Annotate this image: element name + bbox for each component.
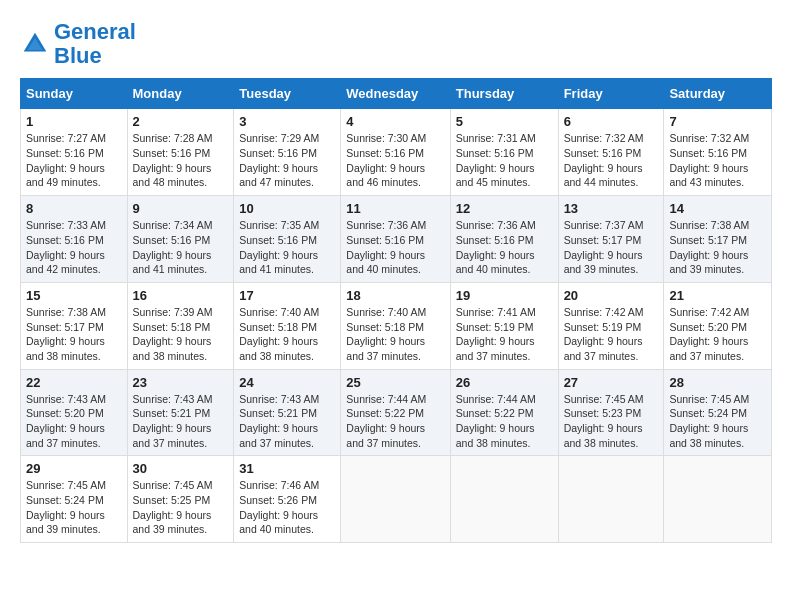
day-header-tuesday: Tuesday (234, 79, 341, 109)
day-number: 22 (26, 375, 122, 390)
calendar-cell: 11 Sunrise: 7:36 AMSunset: 5:16 PMDaylig… (341, 196, 450, 283)
calendar-table: SundayMondayTuesdayWednesdayThursdayFrid… (20, 78, 772, 543)
day-number: 4 (346, 114, 444, 129)
day-info: Sunrise: 7:43 AMSunset: 5:21 PMDaylight:… (239, 393, 319, 449)
calendar-cell: 4 Sunrise: 7:30 AMSunset: 5:16 PMDayligh… (341, 109, 450, 196)
day-info: Sunrise: 7:45 AMSunset: 5:24 PMDaylight:… (26, 479, 106, 535)
logo: GeneralBlue (20, 20, 136, 68)
calendar-cell: 16 Sunrise: 7:39 AMSunset: 5:18 PMDaylig… (127, 282, 234, 369)
calendar-cell: 2 Sunrise: 7:28 AMSunset: 5:16 PMDayligh… (127, 109, 234, 196)
logo-text: GeneralBlue (54, 20, 136, 68)
day-number: 16 (133, 288, 229, 303)
calendar-week-row: 1 Sunrise: 7:27 AMSunset: 5:16 PMDayligh… (21, 109, 772, 196)
day-number: 27 (564, 375, 659, 390)
day-info: Sunrise: 7:33 AMSunset: 5:16 PMDaylight:… (26, 219, 106, 275)
day-header-thursday: Thursday (450, 79, 558, 109)
day-number: 14 (669, 201, 766, 216)
day-info: Sunrise: 7:28 AMSunset: 5:16 PMDaylight:… (133, 132, 213, 188)
calendar-cell: 12 Sunrise: 7:36 AMSunset: 5:16 PMDaylig… (450, 196, 558, 283)
page-header: GeneralBlue (20, 20, 772, 68)
day-info: Sunrise: 7:29 AMSunset: 5:16 PMDaylight:… (239, 132, 319, 188)
day-number: 11 (346, 201, 444, 216)
day-info: Sunrise: 7:34 AMSunset: 5:16 PMDaylight:… (133, 219, 213, 275)
calendar-cell: 28 Sunrise: 7:45 AMSunset: 5:24 PMDaylig… (664, 369, 772, 456)
day-info: Sunrise: 7:36 AMSunset: 5:16 PMDaylight:… (456, 219, 536, 275)
day-number: 5 (456, 114, 553, 129)
calendar-week-row: 29 Sunrise: 7:45 AMSunset: 5:24 PMDaylig… (21, 456, 772, 543)
day-number: 18 (346, 288, 444, 303)
day-info: Sunrise: 7:35 AMSunset: 5:16 PMDaylight:… (239, 219, 319, 275)
calendar-cell: 6 Sunrise: 7:32 AMSunset: 5:16 PMDayligh… (558, 109, 664, 196)
calendar-cell: 29 Sunrise: 7:45 AMSunset: 5:24 PMDaylig… (21, 456, 128, 543)
day-number: 30 (133, 461, 229, 476)
day-number: 19 (456, 288, 553, 303)
calendar-header-row: SundayMondayTuesdayWednesdayThursdayFrid… (21, 79, 772, 109)
day-info: Sunrise: 7:36 AMSunset: 5:16 PMDaylight:… (346, 219, 426, 275)
day-info: Sunrise: 7:40 AMSunset: 5:18 PMDaylight:… (346, 306, 426, 362)
calendar-cell: 9 Sunrise: 7:34 AMSunset: 5:16 PMDayligh… (127, 196, 234, 283)
day-number: 29 (26, 461, 122, 476)
day-number: 2 (133, 114, 229, 129)
day-number: 9 (133, 201, 229, 216)
calendar-cell: 25 Sunrise: 7:44 AMSunset: 5:22 PMDaylig… (341, 369, 450, 456)
day-info: Sunrise: 7:46 AMSunset: 5:26 PMDaylight:… (239, 479, 319, 535)
calendar-cell: 14 Sunrise: 7:38 AMSunset: 5:17 PMDaylig… (664, 196, 772, 283)
day-info: Sunrise: 7:45 AMSunset: 5:24 PMDaylight:… (669, 393, 749, 449)
day-number: 24 (239, 375, 335, 390)
calendar-cell: 10 Sunrise: 7:35 AMSunset: 5:16 PMDaylig… (234, 196, 341, 283)
calendar-cell: 8 Sunrise: 7:33 AMSunset: 5:16 PMDayligh… (21, 196, 128, 283)
calendar-cell: 13 Sunrise: 7:37 AMSunset: 5:17 PMDaylig… (558, 196, 664, 283)
calendar-cell: 31 Sunrise: 7:46 AMSunset: 5:26 PMDaylig… (234, 456, 341, 543)
calendar-cell: 27 Sunrise: 7:45 AMSunset: 5:23 PMDaylig… (558, 369, 664, 456)
calendar-cell: 15 Sunrise: 7:38 AMSunset: 5:17 PMDaylig… (21, 282, 128, 369)
day-info: Sunrise: 7:41 AMSunset: 5:19 PMDaylight:… (456, 306, 536, 362)
day-info: Sunrise: 7:43 AMSunset: 5:21 PMDaylight:… (133, 393, 213, 449)
day-number: 10 (239, 201, 335, 216)
day-header-friday: Friday (558, 79, 664, 109)
calendar-cell (450, 456, 558, 543)
calendar-cell: 19 Sunrise: 7:41 AMSunset: 5:19 PMDaylig… (450, 282, 558, 369)
day-info: Sunrise: 7:31 AMSunset: 5:16 PMDaylight:… (456, 132, 536, 188)
day-info: Sunrise: 7:38 AMSunset: 5:17 PMDaylight:… (669, 219, 749, 275)
day-number: 6 (564, 114, 659, 129)
calendar-cell: 18 Sunrise: 7:40 AMSunset: 5:18 PMDaylig… (341, 282, 450, 369)
day-number: 17 (239, 288, 335, 303)
day-info: Sunrise: 7:39 AMSunset: 5:18 PMDaylight:… (133, 306, 213, 362)
calendar-cell: 20 Sunrise: 7:42 AMSunset: 5:19 PMDaylig… (558, 282, 664, 369)
day-number: 13 (564, 201, 659, 216)
day-info: Sunrise: 7:44 AMSunset: 5:22 PMDaylight:… (456, 393, 536, 449)
day-header-sunday: Sunday (21, 79, 128, 109)
day-number: 23 (133, 375, 229, 390)
day-number: 8 (26, 201, 122, 216)
calendar-cell: 5 Sunrise: 7:31 AMSunset: 5:16 PMDayligh… (450, 109, 558, 196)
calendar-cell (558, 456, 664, 543)
day-number: 1 (26, 114, 122, 129)
day-number: 25 (346, 375, 444, 390)
day-number: 20 (564, 288, 659, 303)
day-info: Sunrise: 7:27 AMSunset: 5:16 PMDaylight:… (26, 132, 106, 188)
calendar-cell: 17 Sunrise: 7:40 AMSunset: 5:18 PMDaylig… (234, 282, 341, 369)
day-info: Sunrise: 7:32 AMSunset: 5:16 PMDaylight:… (669, 132, 749, 188)
day-info: Sunrise: 7:32 AMSunset: 5:16 PMDaylight:… (564, 132, 644, 188)
logo-icon (20, 29, 50, 59)
calendar-cell: 22 Sunrise: 7:43 AMSunset: 5:20 PMDaylig… (21, 369, 128, 456)
day-number: 15 (26, 288, 122, 303)
day-info: Sunrise: 7:30 AMSunset: 5:16 PMDaylight:… (346, 132, 426, 188)
day-info: Sunrise: 7:42 AMSunset: 5:20 PMDaylight:… (669, 306, 749, 362)
day-header-monday: Monday (127, 79, 234, 109)
calendar-body: 1 Sunrise: 7:27 AMSunset: 5:16 PMDayligh… (21, 109, 772, 543)
day-number: 26 (456, 375, 553, 390)
calendar-cell: 21 Sunrise: 7:42 AMSunset: 5:20 PMDaylig… (664, 282, 772, 369)
calendar-week-row: 8 Sunrise: 7:33 AMSunset: 5:16 PMDayligh… (21, 196, 772, 283)
day-number: 3 (239, 114, 335, 129)
calendar-cell: 30 Sunrise: 7:45 AMSunset: 5:25 PMDaylig… (127, 456, 234, 543)
day-info: Sunrise: 7:45 AMSunset: 5:23 PMDaylight:… (564, 393, 644, 449)
day-info: Sunrise: 7:44 AMSunset: 5:22 PMDaylight:… (346, 393, 426, 449)
calendar-cell (341, 456, 450, 543)
day-header-wednesday: Wednesday (341, 79, 450, 109)
day-info: Sunrise: 7:37 AMSunset: 5:17 PMDaylight:… (564, 219, 644, 275)
day-number: 7 (669, 114, 766, 129)
day-info: Sunrise: 7:40 AMSunset: 5:18 PMDaylight:… (239, 306, 319, 362)
calendar-cell: 3 Sunrise: 7:29 AMSunset: 5:16 PMDayligh… (234, 109, 341, 196)
day-header-saturday: Saturday (664, 79, 772, 109)
